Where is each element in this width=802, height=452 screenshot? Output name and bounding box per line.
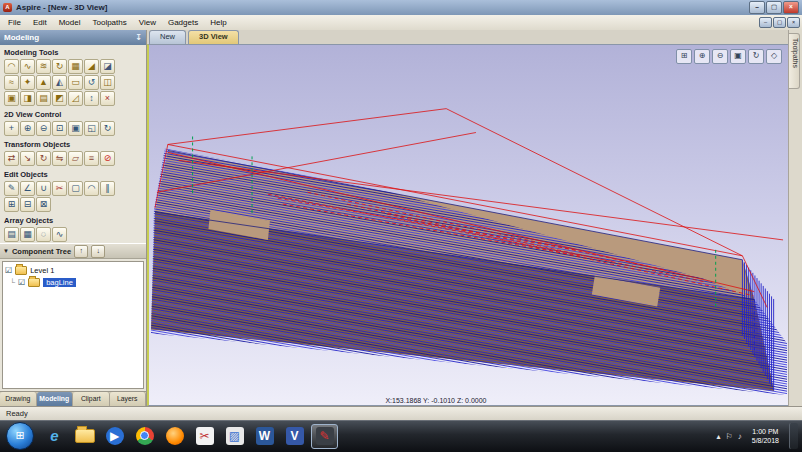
child-minimize-button[interactable]: – [759, 17, 772, 28]
tree-expander-icon[interactable]: ▼ [3, 248, 9, 254]
taskbar-internet-explorer[interactable]: e [41, 424, 68, 449]
tilt-relief-icon[interactable]: ◿ [68, 91, 83, 106]
zoom-out-icon[interactable]: ⊖ [36, 121, 51, 136]
rotate-selection-icon[interactable]: ↻ [36, 151, 51, 166]
clock[interactable]: 1:00 PM 5/8/2018 [747, 427, 784, 446]
split-components-icon[interactable]: ◨ [20, 91, 35, 106]
tab-drawing[interactable]: Drawing [0, 392, 37, 406]
intersect-vectors-icon[interactable]: ⊠ [36, 197, 51, 212]
mirror-selection-icon[interactable]: ⇋ [52, 151, 67, 166]
menu-view[interactable]: View [133, 16, 162, 30]
component-from-model-icon[interactable]: ▣ [4, 91, 19, 106]
taskbar-explorer[interactable] [71, 424, 98, 449]
level-components-icon[interactable]: ▤ [36, 91, 51, 106]
isometric-view-icon[interactable]: ◇ [766, 49, 782, 64]
array-along-curve-icon[interactable]: ∿ [52, 227, 67, 242]
taskbar-chrome[interactable] [131, 424, 158, 449]
menu-toolpaths[interactable]: Toolpaths [86, 16, 132, 30]
copy-object-icon[interactable]: ▢ [68, 181, 83, 196]
turn-spin-icon[interactable]: ↻ [52, 59, 67, 74]
show-desktop-button[interactable] [789, 423, 798, 449]
component-checkbox[interactable]: ☑ [5, 266, 12, 275]
menu-gadgets[interactable]: Gadgets [162, 16, 204, 30]
tab-new[interactable]: New [149, 30, 186, 44]
zoom-extents-icon[interactable]: ▣ [68, 121, 83, 136]
texture-area-icon[interactable]: ▦ [68, 59, 83, 74]
tab-modeling[interactable]: Modeling [37, 392, 74, 406]
zoom-extents-3d-icon[interactable]: ▣ [730, 49, 746, 64]
fillet-icon[interactable]: ◠ [84, 181, 99, 196]
zoom-in-3d-icon[interactable]: ⊕ [694, 49, 710, 64]
smooth-model-icon[interactable]: ≈ [4, 75, 19, 90]
move-component-down-icon[interactable]: ↓ [91, 245, 105, 258]
taskbar-vcarve[interactable]: V [281, 424, 308, 449]
minimize-button[interactable]: – [749, 1, 765, 14]
snapping-disabled-icon[interactable]: ⊘ [100, 151, 115, 166]
tree-row[interactable]: ☑ Level 1 [5, 264, 141, 276]
scale-height-icon[interactable]: ↕ [84, 91, 99, 106]
tab-3d-view[interactable]: 3D View [188, 30, 239, 44]
taskbar-snipping-tool[interactable]: ✂ [191, 424, 218, 449]
taskbar-word[interactable]: W [251, 424, 278, 449]
tab-layers[interactable]: Layers [110, 392, 147, 406]
rotate-view-icon[interactable]: ↻ [748, 49, 764, 64]
tree-row[interactable]: └ ☑ bagLine [5, 276, 141, 288]
extrude-weave-icon[interactable]: ≋ [36, 59, 51, 74]
taskbar-media-player[interactable]: ▶ [101, 424, 128, 449]
circular-array-icon[interactable]: ◌ [36, 227, 51, 242]
taskbar-firefox[interactable] [161, 424, 188, 449]
tab-toolpaths[interactable]: Toolpaths [789, 33, 800, 89]
cut-object-icon[interactable]: ✂ [52, 181, 67, 196]
weld-vectors-icon[interactable]: ⊞ [4, 197, 19, 212]
linear-array-icon[interactable]: ▤ [4, 227, 19, 242]
join-vectors-icon[interactable]: ∪ [36, 181, 51, 196]
multi-window-icon[interactable]: ⊞ [676, 49, 692, 64]
tree-item-label-selected[interactable]: bagLine [43, 278, 76, 287]
menu-model[interactable]: Model [53, 16, 87, 30]
tray-volume-icon[interactable]: ♪ [738, 432, 742, 441]
menu-help[interactable]: Help [204, 16, 232, 30]
mirror-model-icon[interactable]: ◫ [100, 75, 115, 90]
taskbar-paint[interactable]: ▨ [221, 424, 248, 449]
tab-clipart[interactable]: Clipart [73, 392, 110, 406]
distort-object-icon[interactable]: ▱ [68, 151, 83, 166]
component-checkbox[interactable]: ☑ [18, 278, 25, 287]
fade-relief-icon[interactable]: ◩ [52, 91, 67, 106]
node-edit-icon[interactable]: ✎ [4, 181, 19, 196]
pan-view-icon[interactable]: + [4, 121, 19, 136]
close-button[interactable]: × [783, 1, 799, 14]
tray-flag-icon[interactable]: ⚐ [726, 432, 733, 441]
delete-component-icon[interactable]: × [100, 91, 115, 106]
refresh-2d-view-icon[interactable]: ↻ [100, 121, 115, 136]
move-component-up-icon[interactable]: ↑ [74, 245, 88, 258]
start-button[interactable]: ⊞ [6, 422, 34, 450]
pin-icon[interactable]: ↧ [135, 33, 142, 42]
viewport-3d[interactable]: ⊞⊕⊖▣↻◇ X:153.1868 Y: -0.1010 Z: 0.0000 [147, 44, 789, 406]
subtract-vectors-icon[interactable]: ⊟ [20, 197, 35, 212]
child-restore-button[interactable]: ▢ [773, 17, 786, 28]
align-objects-icon[interactable]: ≡ [84, 151, 99, 166]
erase-model-icon[interactable]: ▭ [68, 75, 83, 90]
zoom-out-3d-icon[interactable]: ⊖ [712, 49, 728, 64]
undo-model-icon[interactable]: ↺ [84, 75, 99, 90]
move-selection-icon[interactable]: ⇄ [4, 151, 19, 166]
two-rail-sweep-icon[interactable]: ∿ [20, 59, 35, 74]
add-draft-icon[interactable]: ◢ [84, 59, 99, 74]
offset-vectors-icon[interactable]: ∥ [100, 181, 115, 196]
carve-material-icon[interactable]: ◭ [52, 75, 67, 90]
menu-edit[interactable]: Edit [27, 16, 53, 30]
set-size-icon[interactable]: ↘ [20, 151, 35, 166]
tree-item-label[interactable]: Level 1 [30, 266, 54, 275]
import-component-icon[interactable]: ◪ [100, 59, 115, 74]
zoom-in-icon[interactable]: ⊕ [20, 121, 35, 136]
menu-file[interactable]: File [2, 16, 27, 30]
grid-array-icon[interactable]: ▦ [20, 227, 35, 242]
restore-button[interactable]: ▢ [766, 1, 782, 14]
taskbar-aspire[interactable]: ✎ [311, 424, 338, 449]
measure-icon[interactable]: ∠ [20, 181, 35, 196]
deposit-material-icon[interactable]: ▲ [36, 75, 51, 90]
sculpt-icon[interactable]: ✦ [20, 75, 35, 90]
zoom-selected-icon[interactable]: ◱ [84, 121, 99, 136]
zoom-box-icon[interactable]: ⊡ [52, 121, 67, 136]
tray-expand-icon[interactable]: ▴ [717, 432, 721, 441]
